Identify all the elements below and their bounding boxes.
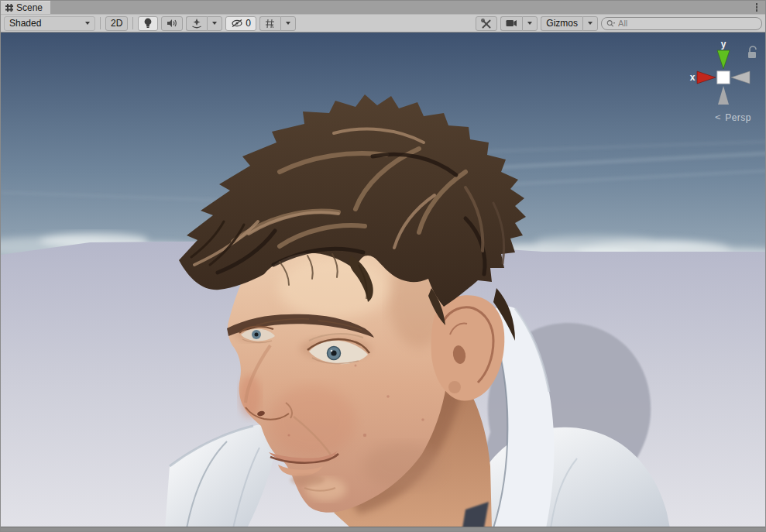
speaker-icon bbox=[167, 19, 177, 28]
camera-icon bbox=[506, 19, 517, 27]
eye-slash-icon bbox=[231, 19, 243, 28]
crossed-tools-icon bbox=[481, 19, 492, 29]
axis-bottom-cone[interactable] bbox=[718, 86, 729, 105]
toggle-2d-label: 2D bbox=[111, 18, 122, 29]
effects-dropdown-button[interactable] bbox=[207, 16, 222, 31]
separator bbox=[132, 17, 133, 29]
search-input[interactable] bbox=[618, 19, 757, 28]
search-icon bbox=[606, 19, 615, 28]
scene-audio-button[interactable] bbox=[161, 16, 183, 31]
scene-view-window: Scene Shaded 2D bbox=[0, 0, 766, 532]
scene-visibility-button[interactable]: 0 bbox=[225, 16, 256, 31]
scene-search-box bbox=[601, 17, 762, 30]
axis-x-cone[interactable] bbox=[697, 71, 716, 84]
unlocked-padlock-icon[interactable] bbox=[748, 46, 756, 58]
tab-label: Scene bbox=[16, 2, 43, 13]
axis-right-cone[interactable] bbox=[731, 71, 750, 84]
visibility-count: 0 bbox=[246, 18, 251, 29]
axis-orientation-gizmo[interactable]: y x bbox=[683, 39, 761, 110]
chevron-down-icon bbox=[212, 22, 217, 25]
gizmos-group: Gizmos bbox=[541, 16, 598, 31]
scene-toolbar: Shaded 2D bbox=[1, 14, 765, 33]
grid-visibility-button[interactable] bbox=[259, 16, 280, 31]
projection-toggle[interactable]: < Persp bbox=[715, 112, 751, 123]
component-tools-button[interactable] bbox=[476, 16, 497, 31]
sparkle-icon bbox=[191, 19, 202, 29]
grid-dropdown-button[interactable] bbox=[280, 16, 296, 31]
chevron-down-icon bbox=[588, 22, 593, 25]
camera-dropdown-button[interactable] bbox=[522, 16, 538, 31]
tab-bar: Scene bbox=[1, 1, 765, 14]
camera-group bbox=[500, 16, 538, 31]
chevron-down-icon bbox=[527, 22, 532, 25]
axis-cube[interactable] bbox=[717, 71, 730, 84]
window-bottom-edge bbox=[1, 527, 765, 531]
lightbulb-icon bbox=[143, 18, 153, 29]
gizmos-dropdown-button[interactable] bbox=[582, 16, 598, 31]
scene-lighting-button[interactable] bbox=[138, 16, 158, 31]
scene-camera-button[interactable] bbox=[500, 16, 522, 31]
grid-group bbox=[259, 16, 296, 31]
chevron-down-icon bbox=[286, 22, 290, 25]
projection-label: Persp bbox=[725, 112, 751, 123]
grid-axis-icon bbox=[265, 19, 276, 29]
gizmos-button[interactable]: Gizmos bbox=[541, 16, 582, 31]
axis-y-label: y bbox=[721, 39, 726, 50]
draw-mode-label: Shaded bbox=[9, 18, 85, 29]
tab-bar-empty bbox=[50, 1, 748, 14]
effects-button[interactable] bbox=[186, 16, 207, 31]
tab-scene[interactable]: Scene bbox=[1, 1, 50, 14]
projection-chevron-icon: < bbox=[715, 113, 721, 122]
grid-icon bbox=[5, 4, 13, 12]
axis-y-cone[interactable] bbox=[717, 50, 730, 69]
kebab-menu-icon[interactable] bbox=[748, 1, 765, 14]
chevron-down-icon bbox=[85, 22, 90, 25]
effects-group bbox=[186, 16, 222, 31]
scene-render bbox=[1, 33, 765, 527]
separator bbox=[100, 17, 101, 29]
draw-mode-dropdown[interactable]: Shaded bbox=[4, 16, 95, 31]
axis-x-label: x bbox=[690, 72, 696, 83]
gizmos-label: Gizmos bbox=[546, 18, 578, 29]
scene-viewport[interactable]: y x < Persp bbox=[1, 33, 765, 527]
toggle-2d-button[interactable]: 2D bbox=[105, 16, 128, 31]
